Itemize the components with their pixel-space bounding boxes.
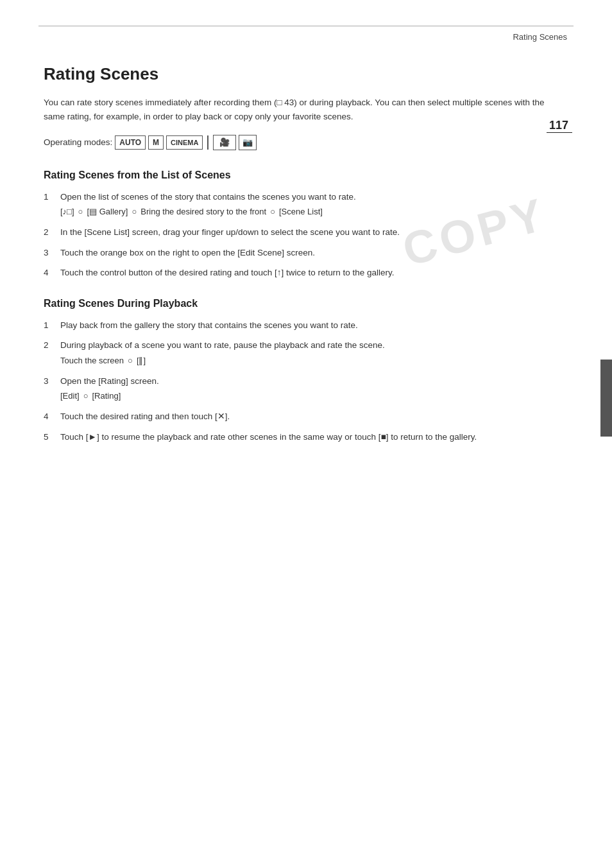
mode-icon-video: 🎥 bbox=[213, 135, 236, 150]
section2-step4: 4 Touch the desired rating and then touc… bbox=[44, 410, 561, 424]
section1-step4: 4 Touch the control button of the desire… bbox=[44, 266, 561, 280]
section2-step2-text: During playback of a scene you want to r… bbox=[60, 340, 385, 350]
header-title: Rating Scenes bbox=[513, 32, 567, 42]
section1-step3: 3 Touch the orange box on the right to o… bbox=[44, 246, 561, 260]
main-content: Rating Scenes You can rate story scenes … bbox=[44, 64, 561, 462]
section2-step2-substep: Touch the screen ○ [‖] bbox=[60, 354, 561, 368]
side-tab bbox=[600, 360, 612, 437]
section1-list: 1 Open the list of scenes of the story t… bbox=[44, 190, 561, 280]
section1-step2-text: In the [Scene List] screen, drag your fi… bbox=[60, 227, 400, 237]
section2-step3: 3 Open the [Rating] screen. [Edit] ○ [Ra… bbox=[44, 374, 561, 403]
section1-step3-text: Touch the orange box on the right to ope… bbox=[60, 248, 315, 257]
section2-step3-text: Open the [Rating] screen. bbox=[60, 376, 159, 386]
header-title-text: Rating Scenes bbox=[513, 32, 567, 42]
section2-step4-text: Touch the desired rating and then touch … bbox=[60, 412, 230, 421]
intro-text: You can rate story scenes immediately af… bbox=[44, 96, 561, 125]
section2-list: 1 Play back from the gallery the story t… bbox=[44, 318, 561, 444]
mode-divider bbox=[207, 135, 208, 150]
top-border bbox=[38, 26, 574, 26]
section2-step5-text: Touch [►] to resume the playback and rat… bbox=[60, 432, 477, 442]
page-container: Rating Scenes 117 COPY Rating Scenes You… bbox=[0, 0, 612, 868]
section2-step1: 1 Play back from the gallery the story t… bbox=[44, 318, 561, 333]
section1-heading: Rating Scenes from the List of Scenes bbox=[44, 169, 561, 181]
operating-modes-label: Operating modes: bbox=[44, 137, 112, 147]
section1-step2: 2 In the [Scene List] screen, drag your … bbox=[44, 225, 561, 239]
mode-icon-camera: 📷 bbox=[239, 135, 257, 150]
section2-step1-text: Play back from the gallery the story tha… bbox=[60, 320, 358, 330]
section2-step5: 5 Touch [►] to resume the playback and r… bbox=[44, 430, 561, 444]
section1-step1-text: Open the list of scenes of the story tha… bbox=[60, 192, 356, 202]
section1-step1-substep: [♪□] ○ [▤ Gallery] ○ Bring the desired s… bbox=[60, 205, 561, 219]
section2-step2: 2 During playback of a scene you want to… bbox=[44, 338, 561, 367]
page-title: Rating Scenes bbox=[44, 64, 561, 84]
section2-heading: Rating Scenes During Playback bbox=[44, 298, 561, 309]
section1-step1: 1 Open the list of scenes of the story t… bbox=[44, 190, 561, 219]
mode-cinema: CINEMA bbox=[166, 135, 203, 150]
mode-auto: AUTO bbox=[115, 135, 146, 150]
operating-modes: Operating modes: AUTO M CINEMA 🎥 📷 bbox=[44, 135, 561, 150]
section2-step3-substep: [Edit] ○ [Rating] bbox=[60, 390, 561, 403]
section1-step4-text: Touch the control button of the desired … bbox=[60, 268, 395, 277]
mode-m: M bbox=[148, 135, 164, 150]
